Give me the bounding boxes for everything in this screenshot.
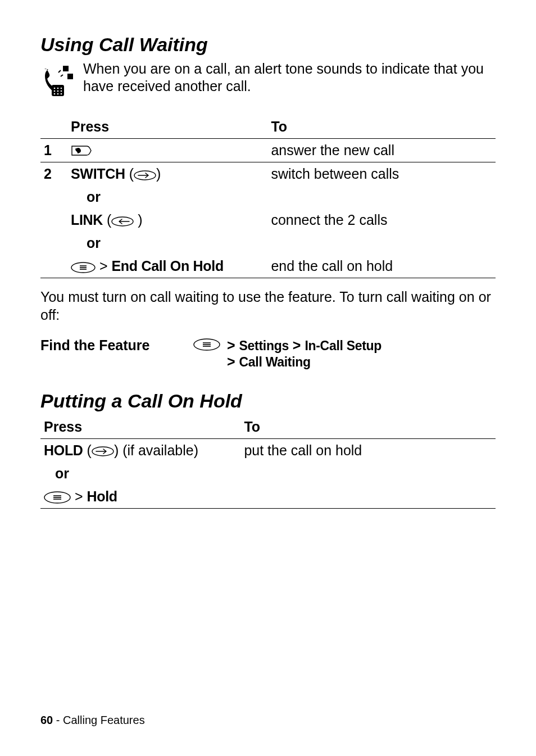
left-softkey-icon bbox=[111, 216, 134, 227]
col-header-to: To bbox=[240, 417, 496, 439]
step-number: 2 bbox=[40, 162, 67, 186]
menu-hold-label: Hold bbox=[87, 488, 117, 504]
menu-key-icon bbox=[44, 491, 71, 504]
col-header-press: Press bbox=[67, 116, 267, 139]
menu-key-icon bbox=[71, 262, 96, 273]
chapter-name: Calling Features bbox=[63, 714, 145, 726]
col-header-to: To bbox=[267, 116, 496, 139]
page-footer: 60 - Calling Features bbox=[40, 714, 145, 727]
section-title-call-waiting: Using Call Waiting bbox=[40, 34, 496, 56]
svg-rect-11 bbox=[67, 74, 73, 79]
switch-to: switch between calls bbox=[267, 162, 496, 186]
after-table-text: You must turn on call waiting to use the… bbox=[40, 288, 496, 324]
right-softkey-icon bbox=[92, 446, 114, 456]
svg-point-2 bbox=[57, 88, 59, 89]
link-to: connect the 2 calls bbox=[267, 209, 496, 232]
svg-point-4 bbox=[54, 90, 56, 92]
svg-line-12 bbox=[58, 70, 61, 73]
hold-availability: (if available) bbox=[119, 442, 198, 458]
link-label: LINK bbox=[71, 212, 103, 228]
or-text: or bbox=[44, 465, 237, 482]
or-text: or bbox=[71, 189, 264, 205]
feature-path-text: > Settings > In-Call Setup > Call Waitin… bbox=[227, 337, 381, 370]
section-title-hold: Putting a Call On Hold bbox=[40, 390, 496, 412]
switch-label: SWITCH bbox=[71, 166, 125, 182]
page-number: 60 bbox=[40, 714, 53, 726]
svg-point-1 bbox=[54, 88, 56, 89]
end-call-on-hold-label: End Call On Hold bbox=[112, 258, 224, 274]
send-key-icon bbox=[71, 144, 92, 159]
svg-rect-10 bbox=[63, 66, 69, 71]
hold-table: Press To HOLD ( ) (if available) put the… bbox=[40, 417, 496, 509]
hold-label: HOLD bbox=[44, 442, 83, 458]
svg-point-6 bbox=[61, 90, 62, 92]
svg-point-5 bbox=[57, 90, 59, 92]
feature-graphic-icon bbox=[40, 62, 76, 101]
intro-text: When you are on a call, an alert tone so… bbox=[83, 60, 496, 96]
svg-point-9 bbox=[61, 93, 62, 95]
menu-key-icon bbox=[193, 338, 220, 370]
svg-point-8 bbox=[57, 93, 59, 95]
hold-to: put the call on hold bbox=[240, 438, 496, 462]
col-header-press: Press bbox=[40, 417, 240, 439]
right-softkey-icon bbox=[134, 170, 156, 180]
step-number: 1 bbox=[40, 139, 67, 162]
svg-point-3 bbox=[61, 88, 62, 89]
svg-point-7 bbox=[54, 93, 56, 95]
end-call-to: end the call on hold bbox=[267, 255, 496, 278]
call-waiting-table: Press To 1 answer the new call 2 SWITCH … bbox=[40, 116, 496, 278]
svg-line-13 bbox=[61, 75, 63, 76]
row1-to: answer the new call bbox=[267, 139, 496, 162]
or-text: or bbox=[71, 235, 264, 251]
find-the-feature-label: Find the Feature bbox=[40, 337, 187, 370]
